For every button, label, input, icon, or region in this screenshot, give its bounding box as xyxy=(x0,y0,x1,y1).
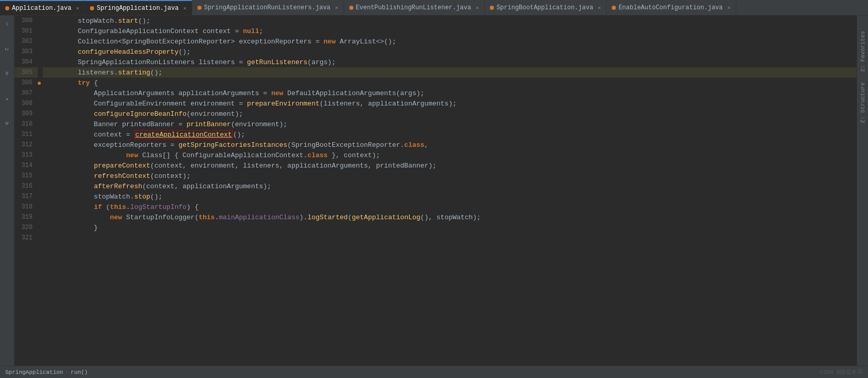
line-number: 308 xyxy=(14,98,38,109)
tab-label: EnableAutoConfiguration.java xyxy=(618,4,723,11)
table-row: 321 xyxy=(14,233,857,243)
line-code: SpringApplicationRunListeners listeners … xyxy=(43,57,857,67)
tab-close-icon[interactable]: ✕ xyxy=(598,5,601,11)
table-row: 305 listeners.starting(); xyxy=(14,67,857,78)
line-number: 320 xyxy=(14,222,38,233)
line-gutter xyxy=(38,171,43,181)
line-number: 305 xyxy=(14,67,38,78)
table-row: 303 configureHeadlessProperty(); xyxy=(14,47,857,57)
table-row: 310 Banner printedBanner = printBanner(e… xyxy=(14,119,857,129)
web-icon[interactable]: W xyxy=(1,117,13,130)
rebel-icon[interactable]: R xyxy=(1,68,13,80)
table-row: 309 configureIgnoreBeanInfo(environment)… xyxy=(14,109,857,119)
line-code: } xyxy=(43,222,857,233)
table-row: 307 ApplicationArguments applicationArgu… xyxy=(14,88,857,98)
tab-close-icon[interactable]: ✕ xyxy=(335,5,338,11)
tab-dot-icon xyxy=(490,6,494,10)
tab-label: SpringApplicationRunListeners.java xyxy=(204,4,331,11)
table-row: 312 exceptionReporters = getSpringFactor… xyxy=(14,140,857,150)
tab-dot-icon xyxy=(197,6,202,10)
line-code: ConfigurableApplicationContext context =… xyxy=(43,26,857,36)
line-code: ConfigurableEnvironment environment = pr… xyxy=(43,98,857,109)
tab-dot-icon xyxy=(90,6,94,10)
table-row: 304 SpringApplicationRunListeners listen… xyxy=(14,57,857,67)
line-gutter xyxy=(38,160,43,171)
favorites-icon[interactable]: ★ xyxy=(1,93,13,105)
structure-icon[interactable]: Z xyxy=(1,43,13,55)
line-gutter xyxy=(38,36,43,47)
line-gutter xyxy=(38,109,43,119)
tab-enableautoconfiguration-java[interactable]: EnableAutoConfiguration.java ✕ xyxy=(607,0,736,16)
line-gutter xyxy=(38,98,43,109)
table-row: 300 stopWatch.start(); xyxy=(14,16,857,26)
structure-panel-label[interactable]: Z: Structure xyxy=(860,82,866,123)
line-number: 302 xyxy=(14,36,38,47)
line-code: stopWatch.start(); xyxy=(43,16,857,26)
tab-springapplication-java[interactable]: SpringApplication.java ✕ xyxy=(85,0,192,16)
breadcrumb: SpringApplication › run() xyxy=(5,369,88,375)
line-number: 301 xyxy=(14,26,38,36)
line-gutter xyxy=(38,88,43,98)
line-code: afterRefresh(context, applicationArgumen… xyxy=(43,181,857,191)
breadcrumb-separator: › xyxy=(65,369,69,375)
table-row: 311 context = createApplicationContext()… xyxy=(14,129,857,140)
line-gutter xyxy=(38,67,43,78)
tab-label: Application.java xyxy=(12,5,71,12)
table-row: 302 Collection<SpringBootExceptionReport… xyxy=(14,36,857,47)
line-number: 317 xyxy=(14,191,38,202)
line-code: Banner printedBanner = printBanner(envir… xyxy=(43,119,857,129)
line-code: listeners.starting(); xyxy=(43,67,857,78)
line-gutter xyxy=(38,222,43,233)
tab-application-java[interactable]: Application.java ✕ xyxy=(0,0,85,16)
table-row: 319 new StartupInfoLogger(this.mainAppli… xyxy=(14,212,857,222)
line-number: 304 xyxy=(14,57,38,67)
line-code: new Class[] { ConfigurableApplicationCon… xyxy=(43,150,857,160)
tab-eventpublishingrunlistener-java[interactable]: EventPublishingRunListener.java ✕ xyxy=(344,0,485,16)
tab-label: SpringBootApplication.java xyxy=(497,4,593,11)
line-number: 310 xyxy=(14,119,38,129)
table-row: 308 ConfigurableEnvironment environment … xyxy=(14,98,857,109)
table-row: 315 refreshContext(context); xyxy=(14,171,857,181)
main-layout: 1 Z R ★ W 300 stopWatch.start(); 301 xyxy=(0,16,868,366)
line-number: 312 xyxy=(14,140,38,150)
line-number: 318 xyxy=(14,202,38,212)
line-code: Collection<SpringBootExceptionReporter> … xyxy=(43,36,857,47)
line-gutter xyxy=(38,119,43,129)
line-code: refreshContext(context); xyxy=(43,171,857,181)
line-code: if (this.logStartupInfo) { xyxy=(43,202,857,212)
table-row: 318 if (this.logStartupInfo) { xyxy=(14,202,857,212)
line-gutter xyxy=(38,16,43,26)
tab-bar: Application.java ✕ SpringApplication.jav… xyxy=(0,0,868,16)
line-number: 314 xyxy=(14,160,38,171)
line-gutter xyxy=(38,191,43,202)
code-area[interactable]: 300 stopWatch.start(); 301 ConfigurableA… xyxy=(14,16,857,366)
line-gutter xyxy=(38,233,43,243)
code-table: 300 stopWatch.start(); 301 ConfigurableA… xyxy=(14,16,857,243)
tab-close-icon[interactable]: ✕ xyxy=(727,5,731,11)
tab-springapplicationrunlisteners-java[interactable]: SpringApplicationRunListeners.java ✕ xyxy=(192,0,344,16)
line-number: 316 xyxy=(14,181,38,191)
tab-close-icon[interactable]: ✕ xyxy=(183,5,187,11)
project-icon[interactable]: 1 xyxy=(1,18,13,31)
line-gutter xyxy=(38,150,43,160)
line-code: exceptionReporters = getSpringFactoriesI… xyxy=(43,140,857,150)
line-number: 315 xyxy=(14,171,38,181)
line-code: ApplicationArguments applicationArgument… xyxy=(43,88,857,98)
tab-close-icon[interactable]: ✕ xyxy=(476,5,479,11)
breadcrumb-method: run() xyxy=(71,369,88,375)
line-gutter xyxy=(38,129,43,140)
tab-label: SpringApplication.java xyxy=(97,5,178,12)
line-gutter xyxy=(38,26,43,36)
tab-springbootapplication-java[interactable]: SpringBootApplication.java ✕ xyxy=(485,0,607,16)
favorites-panel-label[interactable]: 2: Favorites xyxy=(860,31,866,72)
line-number: 319 xyxy=(14,212,38,222)
table-row: 301 ConfigurableApplicationContext conte… xyxy=(14,26,857,36)
line-code: configureIgnoreBeanInfo(environment); xyxy=(43,109,857,119)
line-number: 309 xyxy=(14,109,38,119)
line-number: 311 xyxy=(14,129,38,140)
tab-close-icon[interactable]: ✕ xyxy=(76,5,79,11)
table-row: 314 prepareContext(context, environment,… xyxy=(14,160,857,171)
right-sidebar: 2: Favorites Z: Structure xyxy=(857,16,868,366)
line-code: configureHeadlessProperty(); xyxy=(43,47,857,57)
watermark: CSDN @甜瓜冬哥 xyxy=(819,368,863,376)
